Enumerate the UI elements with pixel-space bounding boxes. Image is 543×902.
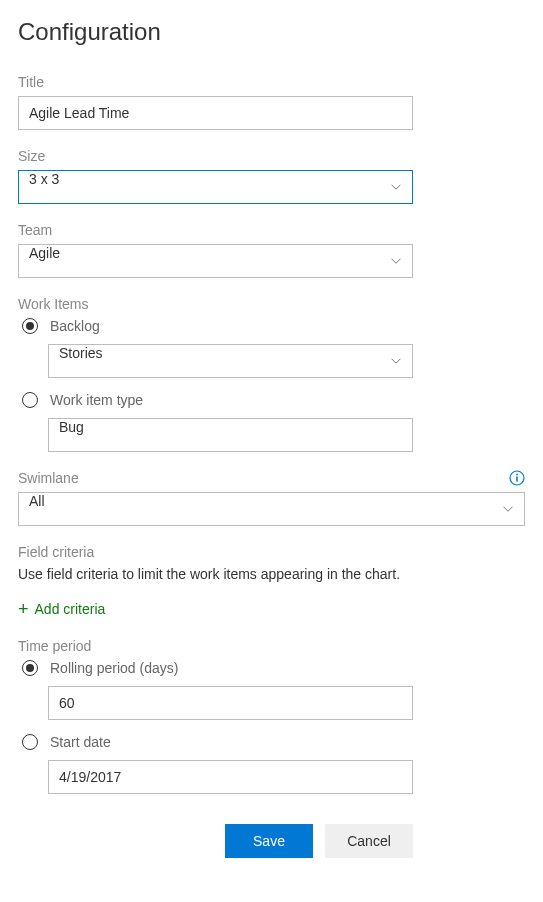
work-item-type-radio-label: Work item type <box>50 392 143 408</box>
rolling-period-radio[interactable] <box>22 660 38 676</box>
swimlane-label: Swimlane <box>18 470 79 486</box>
info-icon[interactable] <box>509 470 525 486</box>
start-date-input[interactable] <box>48 760 413 794</box>
backlog-radio[interactable] <box>22 318 38 334</box>
start-date-block: Start date <box>18 734 525 794</box>
size-select-value: 3 x 3 <box>18 170 413 204</box>
size-select[interactable]: 3 x 3 <box>18 170 413 204</box>
start-date-radio-row[interactable]: Start date <box>22 734 525 750</box>
rolling-period-radio-row[interactable]: Rolling period (days) <box>22 660 525 676</box>
start-date-radio-label: Start date <box>50 734 111 750</box>
backlog-radio-block: Backlog Stories <box>18 318 525 378</box>
backlog-select[interactable]: Stories <box>48 344 413 378</box>
size-label: Size <box>18 148 525 164</box>
work-item-type-select-value: Bug <box>48 418 413 452</box>
size-field-group: Size 3 x 3 <box>18 148 525 204</box>
field-criteria-description: Use field criteria to limit the work ite… <box>18 566 525 582</box>
swimlane-select-value: All <box>18 492 525 526</box>
title-field-group: Title <box>18 74 525 130</box>
work-item-type-radio-block: Work item type Bug <box>18 392 525 452</box>
work-items-label: Work Items <box>18 296 525 312</box>
button-row: Save Cancel <box>18 824 413 858</box>
add-criteria-label: Add criteria <box>35 601 106 617</box>
plus-icon: + <box>18 600 29 618</box>
cancel-button[interactable]: Cancel <box>325 824 413 858</box>
title-label: Title <box>18 74 525 90</box>
team-select-value: Agile <box>18 244 413 278</box>
team-field-group: Team Agile <box>18 222 525 278</box>
work-item-type-radio-row[interactable]: Work item type <box>22 392 525 408</box>
start-date-radio[interactable] <box>22 734 38 750</box>
svg-point-2 <box>516 474 518 476</box>
page-title: Configuration <box>18 18 525 46</box>
field-criteria-label: Field criteria <box>18 544 525 560</box>
team-label: Team <box>18 222 525 238</box>
rolling-period-input[interactable] <box>48 686 413 720</box>
rolling-period-radio-label: Rolling period (days) <box>50 660 178 676</box>
work-item-type-radio[interactable] <box>22 392 38 408</box>
time-period-label: Time period <box>18 638 525 654</box>
field-criteria-group: Field criteria Use field criteria to lim… <box>18 544 525 618</box>
backlog-radio-label: Backlog <box>50 318 100 334</box>
swimlane-select[interactable]: All <box>18 492 525 526</box>
title-input[interactable] <box>18 96 413 130</box>
svg-rect-1 <box>516 477 518 482</box>
swimlane-field-group: Swimlane All <box>18 470 525 526</box>
time-period-group: Time period Rolling period (days) Start … <box>18 638 525 794</box>
add-criteria-button[interactable]: + Add criteria <box>18 600 525 618</box>
team-select[interactable]: Agile <box>18 244 413 278</box>
rolling-period-block: Rolling period (days) <box>18 660 525 720</box>
backlog-radio-row[interactable]: Backlog <box>22 318 525 334</box>
save-button[interactable]: Save <box>225 824 313 858</box>
work-items-group: Work Items Backlog Stories Work item typ… <box>18 296 525 452</box>
backlog-select-value: Stories <box>48 344 413 378</box>
work-item-type-select[interactable]: Bug <box>48 418 413 452</box>
